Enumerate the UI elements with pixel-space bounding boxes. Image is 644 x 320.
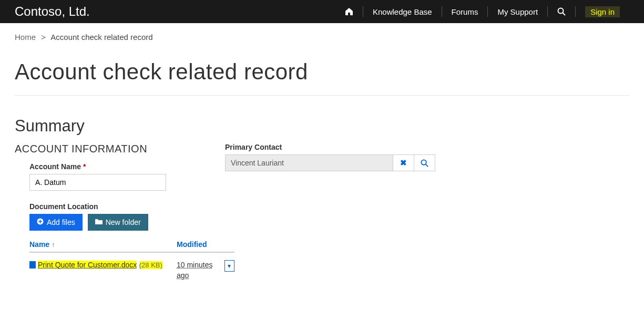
svg-point-3 bbox=[421, 160, 426, 164]
search-icon[interactable] bbox=[548, 0, 575, 23]
account-name-label: Account Name * bbox=[29, 162, 193, 171]
document-icon bbox=[29, 261, 36, 269]
search-lookup-button[interactable] bbox=[414, 154, 435, 171]
breadcrumb-current: Account check related record bbox=[50, 33, 152, 42]
breadcrumb-home[interactable]: Home bbox=[15, 33, 36, 42]
search-icon bbox=[421, 159, 428, 167]
primary-contact-lookup: Vincent Lauriant ✖ bbox=[225, 154, 435, 171]
document-location-label: Document Location bbox=[29, 202, 193, 211]
brand-name[interactable]: Contoso, Ltd. bbox=[15, 4, 90, 19]
required-indicator: * bbox=[83, 162, 86, 171]
primary-contact-label: Primary Contact bbox=[225, 143, 435, 151]
document-link[interactable]: Print Quote for Customer.docx bbox=[38, 261, 137, 269]
plus-circle-icon bbox=[37, 218, 44, 226]
top-nav: Knowledge Base Forums My Support Sign in bbox=[335, 0, 629, 23]
document-size: (28 KB) bbox=[139, 261, 162, 269]
document-table: Name ↑ Modified Print Quote for Customer… bbox=[29, 240, 234, 281]
table-row: Print Quote for Customer.docx (28 KB) 10… bbox=[29, 253, 234, 281]
breadcrumb: Home > Account check related record bbox=[15, 23, 629, 42]
top-header: Contoso, Ltd. Knowledge Base Forums My S… bbox=[0, 0, 644, 23]
nav-forums[interactable]: Forums bbox=[442, 0, 488, 23]
page-title: Account check related record bbox=[15, 59, 629, 85]
column-header-name[interactable]: Name ↑ bbox=[29, 240, 177, 249]
folder-icon bbox=[95, 219, 103, 226]
nav-knowledge-base[interactable]: Knowledge Base bbox=[363, 0, 442, 23]
svg-point-0 bbox=[558, 8, 564, 14]
account-name-input[interactable] bbox=[29, 174, 166, 191]
close-icon: ✖ bbox=[400, 158, 407, 168]
svg-line-4 bbox=[426, 164, 428, 166]
title-divider bbox=[15, 95, 629, 96]
add-files-button[interactable]: Add files bbox=[29, 214, 83, 231]
home-icon[interactable] bbox=[335, 0, 363, 23]
sort-ascending-icon: ↑ bbox=[52, 241, 55, 249]
sign-in-label: Sign in bbox=[585, 6, 620, 17]
add-files-label: Add files bbox=[47, 218, 75, 226]
nav-my-support[interactable]: My Support bbox=[488, 0, 547, 23]
breadcrumb-separator: > bbox=[41, 33, 46, 42]
primary-contact-value[interactable]: Vincent Lauriant bbox=[225, 154, 393, 171]
summary-heading: Summary bbox=[15, 117, 629, 136]
clear-lookup-button[interactable]: ✖ bbox=[393, 154, 414, 171]
account-info-heading: ACCOUNT INFORMATION bbox=[15, 143, 193, 155]
new-folder-label: New folder bbox=[106, 218, 141, 226]
document-modified: 10 minutes ago bbox=[177, 260, 220, 281]
nav-sign-in[interactable]: Sign in bbox=[576, 0, 629, 23]
new-folder-button[interactable]: New folder bbox=[88, 214, 148, 231]
svg-line-1 bbox=[563, 13, 566, 16]
